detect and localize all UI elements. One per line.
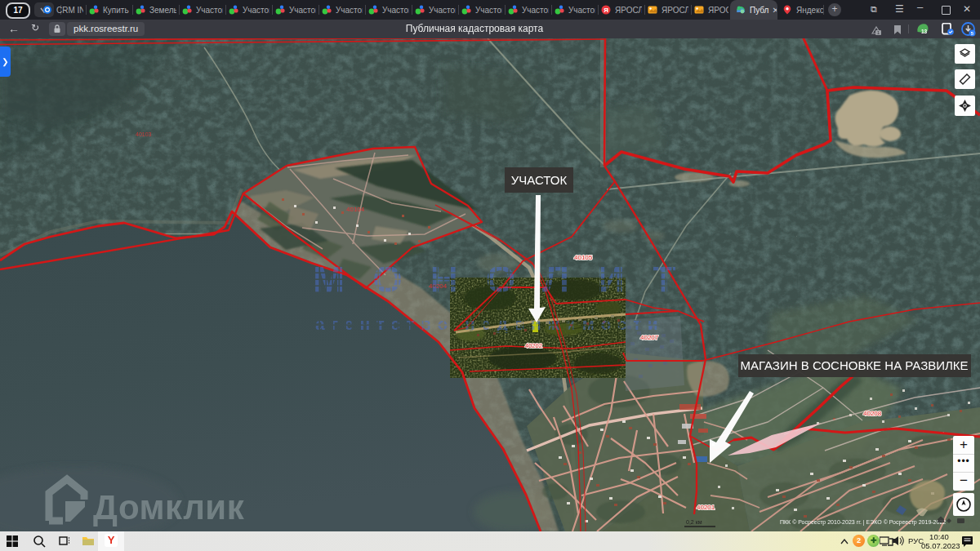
svg-text:40201: 40201 [697,504,715,511]
svg-text:40103: 40103 [136,131,152,137]
svg-text:ПКК © Росреестр 2010-2023 гг.: ПКК © Росреестр 2010-2023 гг. | ЕЭКО © Р… [780,519,946,526]
svg-text:УЧАСТОК: УЧАСТОК [511,173,568,187]
svg-text:Домклик: Домклик [93,488,245,527]
svg-text:0,2 км: 0,2 км [686,519,702,525]
svg-text:13: 13 [921,29,928,34]
svg-text:40104: 40104 [346,206,365,213]
svg-text:Я: Я [604,7,608,14]
svg-text:агентство недвижимости: агентство недвижимости [315,314,664,333]
svg-text:40207: 40207 [640,334,659,341]
svg-text:МОНОЛИТ: МОНОЛИТ [313,257,704,300]
svg-text:МАГАЗИН В СОСНОВКЕ НА РАЗВИЛКЕ: МАГАЗИН В СОСНОВКЕ НА РАЗВИЛКЕ [740,358,968,372]
svg-text:40202: 40202 [525,342,542,349]
svg-text:40208: 40208 [863,410,882,417]
svg-text:1: 1 [877,30,880,35]
